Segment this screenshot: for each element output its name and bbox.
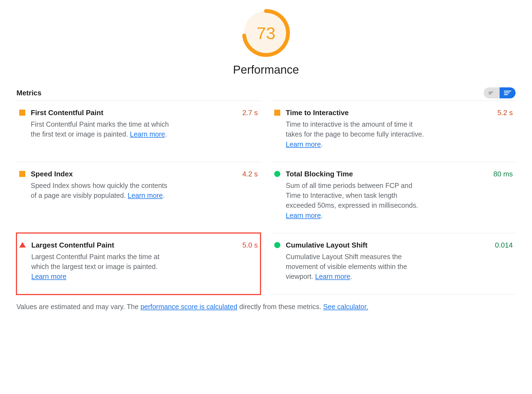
collapsed-view-icon [489,91,495,95]
metric-description: Cumulative Layout Shift measures the mov… [286,252,429,282]
metric-description: Sum of all time periods between FCP and … [286,181,429,220]
metric-title: Largest Contentful Paint [31,241,238,249]
learn-more-link[interactable]: Learn more [31,273,66,280]
metric-body: Cumulative Layout ShiftCumulative Layout… [286,241,491,282]
metric-row: Total Blocking TimeSum of all time perio… [271,162,516,233]
metric-title: Total Blocking Time [286,170,489,178]
learn-more-link[interactable]: Learn more [128,192,163,199]
metric-body: Largest Contentful PaintLargest Contentf… [31,241,238,282]
see-calculator-link[interactable]: See calculator. [323,303,368,310]
metric-value: 5.2 s [497,109,513,117]
metric-value: 2.7 s [242,109,258,117]
expanded-view-icon [504,90,511,95]
learn-more-link[interactable]: Learn more [286,140,321,148]
metric-desc-suffix: . [321,140,323,148]
metric-row: First Contentful PaintFirst Contentful P… [16,101,261,162]
status-circle-icon [274,242,280,248]
metric-description: Speed Index shows how quickly the conten… [31,181,173,201]
learn-more-link[interactable]: Learn more [130,130,165,138]
footnote: Values are estimated and may vary. The p… [16,303,516,311]
metric-value: 5.0 s [242,241,258,249]
metric-body: Time to InteractiveTime to interactive i… [286,109,493,149]
metric-value: 4.2 s [242,170,258,178]
svg-rect-6 [504,94,508,95]
metrics-grid: First Contentful PaintFirst Contentful P… [16,101,516,295]
metric-title: First Contentful Paint [31,109,238,117]
performance-header: 73 Performance [16,8,516,76]
learn-more-link[interactable]: Learn more [286,212,321,219]
metric-desc-suffix: . [163,192,165,199]
metric-row: Largest Contentful PaintLargest Contentf… [16,233,261,295]
metric-row: Speed IndexSpeed Index shows how quickly… [16,162,261,233]
metric-desc-suffix: . [350,273,352,280]
metric-row: Time to InteractiveTime to interactive i… [271,101,516,162]
status-square-icon [274,110,280,116]
metric-desc-text: Sum of all time periods between FCP and … [286,182,418,209]
metric-body: First Contentful PaintFirst Contentful P… [31,109,238,139]
metric-title: Time to Interactive [286,109,493,117]
footnote-text: directly from these metrics. [237,303,323,310]
svg-rect-4 [504,91,511,91]
svg-rect-2 [489,92,493,93]
toggle-collapsed-button[interactable] [484,87,500,98]
score-gauge: 73 [241,8,291,58]
metric-description: Largest Contentful Paint marks the time … [31,252,174,282]
metric-body: Speed IndexSpeed Index shows how quickly… [31,170,238,201]
metric-desc-suffix: . [321,212,323,219]
metric-desc-text: Largest Contentful Paint marks the time … [31,253,159,270]
status-triangle-icon [19,242,26,248]
metric-value: 80 ms [493,170,513,178]
category-title: Performance [233,63,299,76]
metric-description: First Contentful Paint marks the time at… [31,119,173,139]
metric-body: Total Blocking TimeSum of all time perio… [286,170,489,220]
score-value: 73 [241,8,291,58]
performance-score-link[interactable]: performance score is calculated [141,303,237,310]
metric-desc-text: Time to interactive is the amount of tim… [286,120,424,138]
toggle-expanded-button[interactable] [500,87,516,98]
metric-title: Cumulative Layout Shift [286,241,491,249]
svg-rect-5 [504,93,509,93]
footnote-text: Values are estimated and may vary. The [16,303,141,310]
learn-more-link[interactable]: Learn more [315,273,350,280]
svg-rect-3 [489,93,491,94]
metrics-label: Metrics [16,89,41,97]
metric-value: 0.014 [495,241,513,249]
metric-description: Time to interactive is the amount of tim… [286,119,429,149]
view-toggle [484,87,516,98]
metric-title: Speed Index [31,170,238,178]
status-square-icon [19,171,25,177]
metric-desc-suffix: . [165,130,167,138]
metric-row: Cumulative Layout ShiftCumulative Layout… [271,233,516,295]
status-square-icon [19,110,25,116]
status-circle-icon [274,171,280,177]
metrics-header: Metrics [16,87,516,98]
